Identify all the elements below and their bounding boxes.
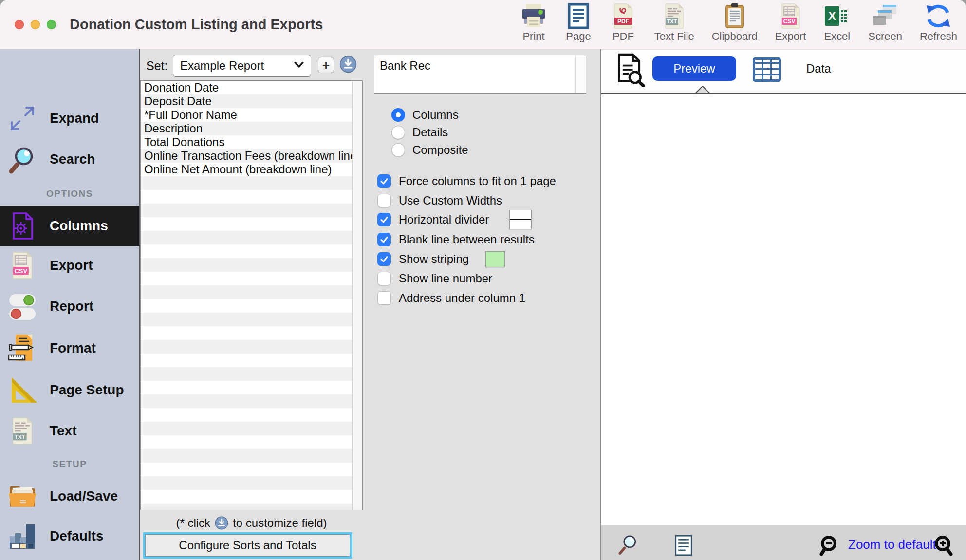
checkbox-empty-icon: [377, 194, 391, 207]
configure-sorts-totals-button[interactable]: Configure Sorts and Totals: [145, 534, 350, 557]
checkmark-icon: [377, 174, 391, 188]
format-doc-icon: [7, 333, 38, 364]
expand-icon: [7, 103, 38, 134]
field-row[interactable]: Online Net Amount (breakdown line): [141, 163, 352, 176]
radio-composite[interactable]: Composite: [391, 141, 468, 159]
hint-suffix: to customize field): [233, 516, 327, 530]
page-title: Donation Custom Listing and Exports: [70, 0, 323, 49]
radio-off-icon: [391, 126, 405, 139]
checkbox-show-striping[interactable]: Show striping: [377, 249, 505, 269]
set-dropdown-value: Example Report: [180, 59, 294, 73]
set-square-icon: [7, 374, 38, 406]
export-csv-button[interactable]: CSV Export: [775, 2, 806, 48]
magnifier-icon: [617, 548, 640, 557]
sidebar-item-page-setup[interactable]: Page Setup: [0, 374, 139, 406]
excel-icon: X: [823, 2, 851, 30]
svg-text:CSV: CSV: [15, 267, 28, 275]
preview-tab-label: Preview: [673, 62, 715, 75]
field-row[interactable]: *Full Donor Name: [141, 108, 352, 122]
sidebar-item-text[interactable]: TXT Text: [0, 415, 139, 447]
svg-text:X: X: [828, 9, 836, 22]
csv-file-icon: CSV: [777, 2, 804, 30]
checkbox-force-fit[interactable]: Force columns to fit on 1 page: [377, 171, 556, 191]
download-circle-icon: [339, 66, 357, 75]
text-view-button[interactable]: [675, 535, 692, 558]
tab-caret-icon: [694, 86, 711, 96]
page-button[interactable]: Page: [565, 2, 592, 48]
columns-gear-icon: [7, 210, 38, 242]
checkbox-empty-icon: [377, 291, 391, 305]
clipboard-button[interactable]: Clipboard: [712, 2, 758, 48]
checkmark-icon: [377, 252, 391, 266]
sidebar-item-report[interactable]: Report: [0, 291, 139, 322]
excel-button[interactable]: X Excel: [823, 2, 851, 48]
checkmark-icon: [377, 213, 391, 226]
divider-style-swatch[interactable]: [509, 210, 532, 229]
printer-icon: [520, 2, 547, 30]
screen-button[interactable]: Screen: [868, 2, 902, 48]
checkbox-line-number[interactable]: Show line number: [377, 269, 492, 288]
field-row[interactable]: Donation Date: [141, 81, 352, 94]
svg-text:TXT: TXT: [14, 433, 25, 440]
sidebar-section-setup: SETUP: [0, 459, 139, 469]
download-circle-icon: [215, 516, 228, 530]
field-list-scrollbar[interactable]: [352, 81, 362, 510]
search-icon: [7, 144, 38, 175]
preview-doc-magnifier-icon: [614, 53, 645, 89]
refresh-button[interactable]: Refresh: [920, 2, 957, 48]
zoom-out-button[interactable]: [819, 535, 841, 559]
checkbox-empty-icon: [377, 272, 391, 285]
screen-windows-icon: [872, 2, 899, 30]
text-file-button[interactable]: TXT Text File: [654, 2, 694, 48]
field-row[interactable]: Total Donations: [141, 135, 352, 149]
sidebar-item-load-save[interactable]: Load/Save: [0, 481, 139, 512]
tab-data[interactable]: Data: [806, 56, 831, 81]
tab-preview[interactable]: Preview: [652, 56, 736, 81]
hint-prefix: (* click: [176, 516, 210, 530]
checkbox-horizontal-divider[interactable]: Horizontal divider: [377, 210, 532, 229]
close-window-icon[interactable]: [15, 20, 24, 29]
svg-text:TXT: TXT: [667, 19, 677, 24]
checkmark-icon: [377, 233, 391, 246]
zoom-to-default-link[interactable]: Zoom to default: [848, 534, 936, 555]
set-label: Set:: [146, 55, 167, 77]
customize-field-button[interactable]: [339, 56, 357, 73]
field-row[interactable]: Deposit Date: [141, 94, 352, 108]
field-row[interactable]: Online Transaction Fees (breakdown line): [141, 149, 352, 163]
sidebar-item-columns[interactable]: Columns: [0, 206, 139, 246]
sidebar-item-export[interactable]: CSV Export: [0, 250, 139, 281]
field-row[interactable]: Description: [141, 122, 352, 135]
add-set-button[interactable]: +: [318, 57, 334, 73]
radio-details[interactable]: Details: [391, 124, 448, 141]
customize-hint: (* click to customize field): [140, 515, 363, 531]
txt-file-icon: TXT: [661, 2, 688, 30]
zoom-window-icon[interactable]: [47, 20, 56, 29]
checkbox-custom-widths[interactable]: Use Custom Widths: [377, 191, 502, 210]
checkbox-blank-line[interactable]: Blank line between results: [377, 230, 535, 249]
striping-color-swatch[interactable]: [485, 251, 505, 267]
radio-columns[interactable]: Columns: [391, 106, 459, 124]
sidebar-item-format[interactable]: Format: [0, 333, 139, 364]
sidebar-item-defaults[interactable]: Defaults: [0, 521, 139, 552]
pdf-button[interactable]: PDF PDF: [610, 2, 637, 48]
data-grid-icon: [753, 57, 781, 84]
pdf-file-icon: PDF: [610, 2, 637, 30]
set-dropdown[interactable]: Example Report: [173, 55, 311, 77]
clipboard-icon: [721, 2, 748, 30]
sidebar-item-expand[interactable]: Expand: [0, 103, 139, 134]
report-title-input[interactable]: Bank Rec: [374, 55, 586, 94]
sidebar-item-search[interactable]: Search: [0, 144, 139, 175]
sidebar-section-options: OPTIONS: [0, 188, 139, 199]
zoom-in-button[interactable]: [931, 535, 953, 559]
search-preview-button[interactable]: [617, 533, 640, 557]
refresh-icon: [925, 2, 952, 30]
factory-icon: [7, 521, 38, 552]
empty-rows-striping: [141, 176, 352, 510]
radio-on-icon: [391, 108, 405, 122]
print-button[interactable]: Print: [520, 2, 547, 48]
report-title-scrollbar[interactable]: [575, 56, 585, 93]
minimize-window-icon[interactable]: [31, 20, 40, 29]
chevron-down-icon: [294, 61, 304, 70]
checkbox-address-column1[interactable]: Address under column 1: [377, 288, 525, 308]
csv-file-icon: CSV: [7, 250, 38, 281]
